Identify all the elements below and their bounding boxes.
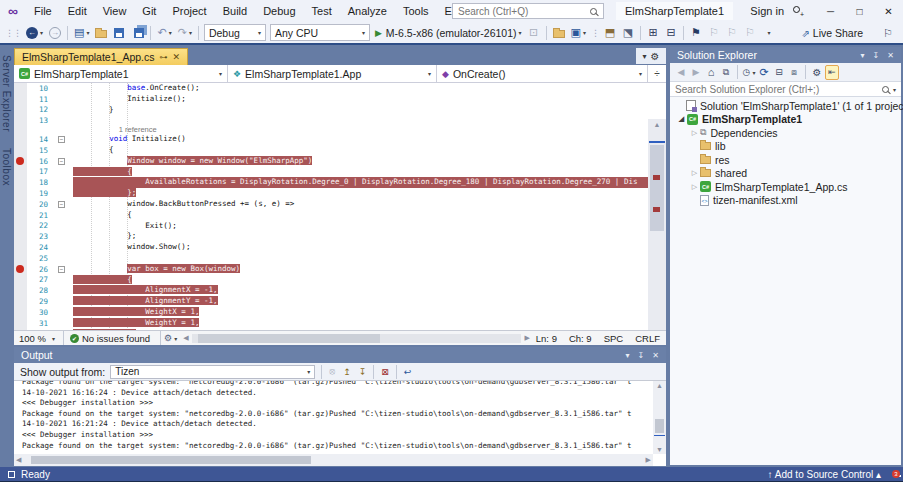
breakpoint-gutter[interactable] [14, 167, 27, 178]
solution-explorer-header[interactable]: Solution Explorer ▾ ↧ ✕ [670, 47, 901, 63]
menu-item-analyze[interactable]: Analyze [340, 0, 395, 22]
highlighted-code[interactable]: AlignmentX = -1, [73, 285, 218, 294]
breakpoint-gutter[interactable] [14, 231, 27, 242]
editor-options-gear-icon[interactable]: ⚙ [651, 51, 660, 62]
open-folder-button[interactable] [93, 24, 109, 42]
editor-vertical-scrollbar[interactable]: ▲ ▼ [648, 119, 666, 330]
save-button[interactable] [111, 24, 127, 42]
user-account-icon[interactable] [790, 6, 802, 16]
close-icon[interactable]: ✕ [652, 351, 659, 360]
breakpoint-gutter[interactable] [14, 94, 27, 105]
tree-expander[interactable]: ▷ [689, 183, 700, 191]
close-tab-icon[interactable]: ✕ [173, 52, 181, 62]
breakpoint-gutter[interactable] [14, 307, 27, 318]
show-all-files-icon[interactable]: ⧈ [787, 65, 801, 80]
pin-icon[interactable]: ↧ [873, 51, 880, 60]
tree-item-shared[interactable]: ▷shared [670, 167, 901, 181]
breakpoint-icon[interactable] [16, 265, 24, 273]
attach-to-process-button[interactable]: ⊞ [645, 24, 661, 42]
solution-configuration-dropdown[interactable]: Debug▾ [204, 24, 266, 41]
project-dropdown[interactable]: C# ElmSharpTemplate1▾ [14, 65, 228, 82]
back-icon[interactable]: ◀ [674, 65, 688, 80]
code-text[interactable]: AlignmentX = -1, [73, 285, 648, 296]
breakpoint-gutter[interactable] [14, 126, 27, 134]
code-line[interactable]: 16− Window window = new Window("ElmSharp… [14, 156, 648, 167]
tree-item-elmsharptemplate1[interactable]: ◢C#ElmSharpTemplate1 [670, 113, 901, 127]
scrollbar-thumb[interactable] [650, 145, 664, 231]
code-text[interactable]: window.BackButtonPressed += (s, e) => [73, 199, 648, 210]
highlighted-code[interactable]: { [73, 275, 132, 284]
clear-all-icon[interactable]: ⊠ [381, 367, 389, 377]
column-indicator[interactable]: Ch: 9 [563, 333, 598, 344]
quick-search-box[interactable] [452, 3, 604, 19]
output-source-dropdown[interactable]: Tizen▾ [110, 365, 315, 379]
code-line[interactable]: 18 AvailableRotations = DisplayRotation.… [14, 177, 648, 188]
code-line[interactable]: 17 { [14, 167, 648, 178]
collapse-region-icon[interactable]: − [58, 158, 65, 165]
highlighted-code[interactable]: AvailableRotations = DisplayRotation.Deg… [73, 177, 648, 188]
start-debugging-button[interactable]: ▶M-6.5-x86 (emulator-26101)▾ [373, 24, 524, 42]
code-text[interactable]: }; [73, 329, 648, 330]
breakpoint-gutter[interactable] [14, 275, 27, 286]
breakpoint-gutter[interactable] [14, 115, 27, 126]
clear-bookmarks-button[interactable]: ⚐ [742, 24, 758, 42]
issues-status[interactable]: No issues found [82, 333, 150, 344]
maximize-button[interactable]: □ [845, 0, 874, 22]
device-manager-button[interactable]: ▣▾ [569, 24, 588, 42]
collapse-region-icon[interactable]: − [58, 266, 65, 273]
sign-in-button[interactable]: Sign in [750, 5, 784, 17]
solution-platform-dropdown[interactable]: Any CPU▾ [270, 24, 370, 41]
code-line[interactable]: 28 AlignmentX = -1, [14, 285, 648, 296]
switch-views-icon[interactable]: ⧉ [719, 65, 733, 80]
code-text[interactable]: { [73, 275, 648, 286]
code-line[interactable]: 27 { [14, 275, 648, 286]
code-text[interactable]: }; [73, 231, 648, 242]
toggle-bookmark-button[interactable]: ⚑ [688, 24, 704, 42]
menu-item-edit[interactable]: Edit [60, 0, 95, 22]
side-tab-server-explorer[interactable]: Server Explorer [0, 47, 13, 140]
add-to-source-control-button[interactable]: ↑ Add to Source Control ▴ [768, 469, 881, 480]
code-lines[interactable]: 10 base.OnCreate();11 Initialize();12 }1… [14, 83, 648, 330]
new-project-button[interactable]: ▤▾ [72, 24, 91, 42]
eol-indicator[interactable]: CRLF [629, 333, 666, 344]
highlighted-code[interactable]: WeightX = 1, [73, 307, 199, 316]
output-horizontal-scrollbar[interactable]: ◀ ▶ [14, 454, 653, 466]
type-dropdown[interactable]: ❖ ElmSharpTemplate1.App▾ [228, 65, 437, 82]
menu-item-test[interactable]: Test [304, 0, 340, 22]
code-line[interactable]: 15 { [14, 145, 648, 156]
code-editor[interactable]: 10 base.OnCreate();11 Initialize();12 }1… [14, 83, 666, 330]
tree-item-lib[interactable]: lib [670, 140, 901, 154]
window-position-icon[interactable]: ▾ [861, 51, 865, 60]
breakpoint-gutter[interactable] [14, 296, 27, 307]
code-line[interactable]: 25 [14, 253, 648, 264]
search-options-icon[interactable]: ▾ [893, 86, 896, 93]
solution-explorer-search[interactable]: ▾ [670, 82, 901, 97]
window-position-icon[interactable]: ▾ [626, 351, 630, 360]
profiler-button[interactable]: ⊟ [663, 24, 679, 42]
feedback-icon[interactable]: ⚐ [880, 24, 896, 42]
code-line[interactable]: 30 WeightX = 1, [14, 307, 648, 318]
code-text[interactable]: Initialize(); [73, 94, 648, 105]
breakpoint-gutter[interactable] [14, 329, 27, 330]
breakpoint-gutter[interactable] [14, 134, 27, 145]
code-line[interactable]: 20− window.BackButtonPressed += (s, e) =… [14, 199, 648, 210]
indent-indicator[interactable]: SPC [598, 333, 630, 344]
code-line[interactable]: 24 window.Show(); [14, 242, 648, 253]
scroll-right-icon[interactable]: ▶ [644, 456, 653, 464]
scroll-up-icon[interactable]: ▲ [648, 121, 666, 128]
code-line[interactable]: 29 AlignmentY = -1, [14, 296, 648, 307]
code-text[interactable]: { [73, 167, 648, 178]
forward-icon[interactable]: ▶ [689, 65, 703, 80]
menu-item-debug[interactable]: Debug [255, 0, 303, 22]
breakpoint-gutter[interactable] [14, 210, 27, 221]
breakpoint-gutter[interactable] [14, 83, 27, 94]
member-dropdown[interactable]: ◆ OnCreate()▾ [437, 65, 648, 82]
output-log[interactable]: Package found on the target system: "net… [14, 381, 653, 454]
toolbar-grip[interactable]: ⋮⋮ [5, 28, 21, 38]
tree-item-res[interactable]: res [670, 153, 901, 167]
document-tab[interactable]: ElmSharpTemplate1_App.cs ⊶ ✕ [14, 48, 188, 65]
menu-item-file[interactable]: File [26, 0, 60, 22]
codelens-references[interactable]: 1 reference [100, 125, 157, 134]
minimize-button[interactable]: ─ [816, 0, 845, 22]
tree-expander[interactable]: ▷ [689, 169, 700, 177]
